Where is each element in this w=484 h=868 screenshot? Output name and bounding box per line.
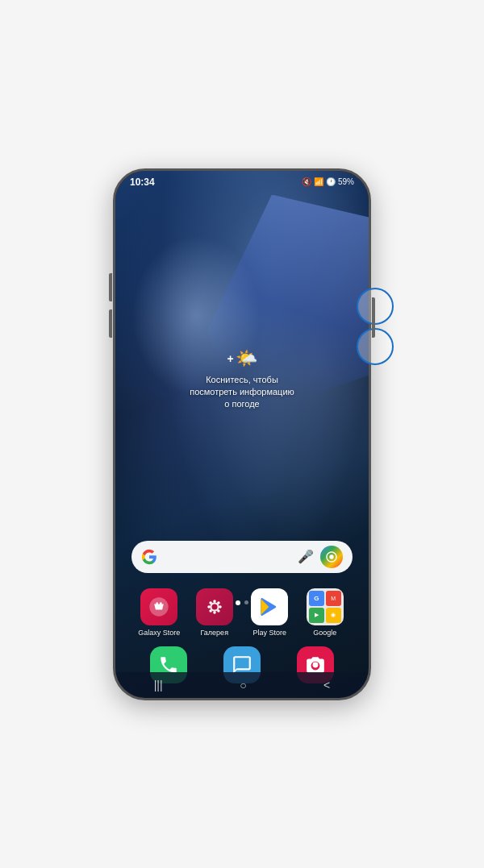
svg-point-9 [209,601,212,604]
app-grid: Galaxy Store [131,588,353,642]
screen: 10:34 🔇 📶 🕐 59% + 🌤️ Коснитес [115,171,369,698]
back-button[interactable]: < [323,679,330,691]
svg-point-7 [207,605,211,608]
volume-up-circle [357,288,394,325]
google-g-icon [141,549,157,565]
weather-text: Коснитесь, чтобыпосмотреть информациюо п… [190,374,294,411]
app-row-main: Galaxy Store [131,588,353,637]
svg-point-6 [213,611,216,614]
gallery-label: Галерея [200,629,228,637]
clock-icon: 🕐 [326,177,336,186]
app-item-galaxy-store[interactable]: Galaxy Store [135,588,183,637]
battery-indicator: 59% [338,177,354,186]
app-item-google[interactable]: G M ▶ ◉ Google [301,588,349,637]
phone-body: 10:34 🔇 📶 🕐 59% + 🌤️ Коснитес [113,168,371,700]
svg-point-4 [211,604,217,609]
svg-point-11 [217,601,220,604]
navigation-bar: ||| ○ < [115,672,369,698]
weather-plus-icon: + [227,352,233,365]
google-label: Google [313,629,336,637]
svg-point-0 [329,554,333,559]
power-circle [357,328,394,365]
weather-widget[interactable]: + 🌤️ Коснитесь, чтобыпосмотреть информац… [190,348,294,411]
status-bar: 10:34 🔇 📶 🕐 59% [115,171,369,193]
status-icons: 🔇 📶 🕐 59% [302,177,354,186]
recent-apps-button[interactable]: ||| [154,679,163,691]
mute-icon: 🔇 [302,177,311,186]
app-item-play-store[interactable]: Play Store [245,588,294,637]
search-bar[interactable]: 🎤 [131,541,353,573]
weather-cloud-icon: 🌤️ [236,348,257,369]
svg-point-12 [209,609,212,613]
galaxy-store-icon [140,588,177,625]
power-button[interactable] [372,297,375,338]
google-lens-icon[interactable] [320,546,343,568]
volume-down-button[interactable] [109,309,112,338]
svg-rect-1 [156,602,158,605]
home-button[interactable]: ○ [240,679,246,691]
weather-icon-area: + 🌤️ [227,348,257,369]
svg-point-8 [219,605,222,608]
phone-shell: 10:34 🔇 📶 🕐 59% + 🌤️ Коснитес [113,168,371,700]
gallery-icon [196,588,233,625]
status-time: 10:34 [130,177,155,188]
page-background: 10:34 🔇 📶 🕐 59% + 🌤️ Коснитес [0,0,484,868]
wifi-icon: 📶 [314,177,323,186]
volume-up-button[interactable] [109,273,112,301]
app-item-gallery[interactable]: Галерея [190,588,239,637]
galaxy-store-label: Galaxy Store [138,629,180,637]
play-store-icon [251,588,288,625]
google-apps-icon: G M ▶ ◉ [307,588,344,625]
svg-point-5 [213,600,216,603]
mic-icon[interactable]: 🎤 [298,549,314,564]
svg-rect-2 [160,602,161,605]
play-store-label: Play Store [252,629,286,637]
svg-point-10 [217,609,220,613]
